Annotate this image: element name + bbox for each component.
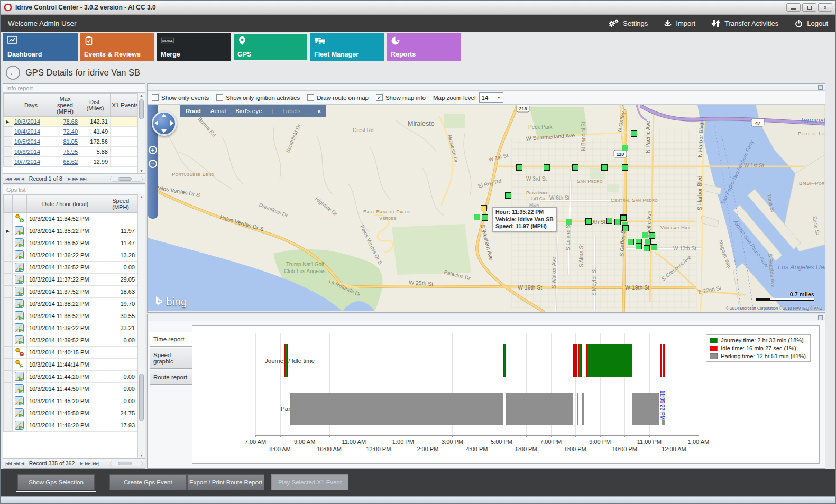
back-arrow-button[interactable]: ←	[6, 66, 20, 80]
day-cell[interactable]: 10/5/2014	[12, 137, 50, 147]
map-option-draw-route-on-map[interactable]: Draw route on map	[307, 94, 369, 101]
datetime-cell[interactable]: 10/3/2014 11:44:50 PM	[26, 383, 104, 395]
pager-prev-button[interactable]: ◀◀	[13, 176, 19, 181]
chart-tab-speed-graphic[interactable]: Speed graphic	[150, 348, 192, 369]
export-print-route-report-button[interactable]: Export / Print Route Report	[187, 474, 264, 490]
map-view-tab-aerial[interactable]: Aerial	[210, 108, 226, 114]
datetime-cell[interactable]: 10/3/2014 11:38:52 PM	[26, 310, 104, 322]
info-report-row[interactable]: 10/4/201472.4041.49	[4, 127, 138, 137]
info-report-row[interactable]: 10/5/201481.05172.56	[4, 137, 138, 147]
datetime-cell[interactable]: 10/3/2014 11:44:20 PM	[26, 371, 104, 383]
pager-next-button[interactable]: ▶▶	[85, 461, 90, 466]
pan-right-icon[interactable]	[170, 120, 174, 126]
max-speed-link[interactable]: 68.62	[63, 158, 78, 165]
datetime-cell[interactable]: 10/3/2014 11:34:52 PM	[26, 213, 104, 225]
map-compass-control[interactable]	[152, 111, 177, 136]
action-logout[interactable]: Logout	[794, 19, 828, 28]
gps-list-row[interactable]: ▶10/3/2014 11:35:22 PM11.97	[4, 225, 137, 237]
map-option-show-map-info[interactable]: ✓Show map info	[376, 94, 426, 101]
pager-hscrollbar[interactable]	[110, 176, 143, 182]
gps-point-marker[interactable]	[601, 164, 608, 171]
gps-list-row[interactable]: 10/3/2014 11:44:50 PM0.00	[4, 383, 137, 395]
gps-point-marker[interactable]	[622, 164, 628, 171]
map-zoom-level-select[interactable]: 14▼	[479, 92, 503, 103]
gps-list-row[interactable]: 10/3/2014 11:34:52 PM	[4, 213, 137, 225]
nav-tile-merge[interactable]: MERGEMerge	[157, 33, 231, 61]
datetime-cell[interactable]: 10/3/2014 11:45:50 PM	[26, 407, 104, 419]
gps-point-marker[interactable]	[505, 192, 511, 199]
scroll-up-icon[interactable]: ▲	[138, 195, 145, 199]
datetime-cell[interactable]: 10/3/2014 11:46:20 PM	[26, 419, 104, 432]
minimize-icon[interactable]	[786, 3, 801, 12]
info-table-scrollbar[interactable]: ▲ ▼	[137, 93, 145, 173]
gps-point-marker[interactable]	[622, 225, 629, 231]
column-header[interactable]: Date / hour (local)	[26, 195, 104, 213]
maximize-icon[interactable]	[802, 3, 816, 12]
nav-tile-fleet-manager[interactable]: Fleet Manager	[310, 33, 384, 61]
zoom-in-icon[interactable]: +	[149, 146, 157, 154]
gps-list-row[interactable]: 10/3/2014 11:37:52 PM18.63	[4, 286, 137, 298]
pager-prev-button[interactable]: |◀◀	[5, 461, 11, 466]
gps-point-marker[interactable]	[645, 239, 651, 245]
action-transfer-activities[interactable]: Transfer Activities	[711, 19, 778, 27]
max-speed-cell[interactable]: 68.62	[50, 157, 80, 167]
gps-point-marker[interactable]	[631, 130, 637, 137]
gps-list-row[interactable]: 10/3/2014 11:37:22 PM29.05	[4, 274, 137, 286]
nav-tile-reports[interactable]: Reports	[387, 33, 461, 61]
datetime-cell[interactable]: 10/3/2014 11:44:14 PM	[26, 359, 104, 371]
gps-list-row[interactable]: 10/3/2014 11:39:52 PM0.00	[4, 334, 137, 347]
gps-table-scrollbar[interactable]: ▲ ▼	[137, 194, 145, 458]
chart-panel-collapse-button[interactable]	[818, 315, 823, 320]
gps-point-marker[interactable]	[644, 245, 650, 251]
column-header[interactable]: Speed (MPH)	[104, 195, 137, 213]
column-header[interactable]: Dist. (Miles)	[80, 94, 111, 117]
datetime-cell[interactable]: 10/3/2014 11:39:52 PM	[26, 334, 104, 347]
max-speed-link[interactable]: 81.05	[63, 138, 78, 145]
max-speed-link[interactable]: 78.68	[63, 118, 78, 125]
pager-prev-button[interactable]: ◀◀	[13, 461, 19, 466]
show-gps-selection-button[interactable]: Show Gps Selection	[17, 474, 95, 490]
pan-up-icon[interactable]	[161, 114, 167, 117]
day-cell[interactable]: 10/7/2014	[12, 157, 50, 167]
day-link[interactable]: 10/4/2014	[14, 128, 40, 135]
gps-list-row[interactable]: 10/3/2014 11:36:52 PM0.00	[4, 262, 137, 274]
pager-hscrollbar[interactable]	[110, 461, 143, 466]
gps-list-row[interactable]: 10/3/2014 11:44:20 PM0.00	[4, 371, 137, 383]
info-report-row[interactable]: ▶10/3/201478.68142.31	[4, 117, 138, 127]
day-link[interactable]: 10/6/2014	[14, 148, 40, 155]
datetime-cell[interactable]: 10/3/2014 11:37:52 PM	[26, 286, 104, 298]
pager-next-button[interactable]: ▶▶|	[93, 461, 98, 466]
pager-next-button[interactable]: ▶	[80, 461, 82, 466]
gps-point-marker[interactable]	[482, 214, 488, 221]
checkbox-checked-icon[interactable]: ✓	[376, 94, 383, 101]
max-speed-link[interactable]: 76.95	[63, 148, 78, 155]
max-speed-link[interactable]: 72.40	[63, 128, 78, 135]
scroll-down-icon[interactable]: ▼	[138, 169, 145, 173]
pager-next-button[interactable]: ▶▶|	[80, 176, 86, 181]
gps-list-row[interactable]: 10/3/2014 11:36:22 PM13.28	[4, 249, 137, 262]
gps-list-row[interactable]: 10/3/2014 11:45:20 PM0.00	[4, 395, 137, 407]
checkbox-unchecked-icon[interactable]	[216, 94, 223, 101]
column-header[interactable]: Max speed (MPH)	[50, 94, 80, 117]
nav-tile-dashboard[interactable]: Dashboard	[3, 33, 78, 61]
gps-list-row[interactable]: 10/3/2014 11:44:14 PM	[4, 359, 137, 371]
gps-point-marker[interactable]	[636, 243, 642, 249]
selected-gps-point-marker[interactable]	[481, 205, 487, 211]
gps-point-marker[interactable]	[620, 214, 627, 221]
day-cell[interactable]: 10/3/2014	[12, 117, 50, 127]
datetime-cell[interactable]: 10/3/2014 11:37:22 PM	[26, 274, 104, 286]
scroll-down-icon[interactable]: ▼	[138, 454, 145, 458]
day-link[interactable]: 10/3/2014	[14, 118, 40, 125]
info-report-row[interactable]: 10/6/201476.955.88	[4, 147, 138, 157]
info-report-row[interactable]: 10/7/201468.6212.99	[4, 157, 138, 167]
gps-point-marker[interactable]	[642, 232, 648, 238]
chart-tab-route-report[interactable]: Route report	[150, 370, 192, 385]
chart-tab-time-report[interactable]: Time report	[150, 332, 192, 347]
datetime-cell[interactable]: 10/3/2014 11:35:22 PM	[26, 225, 104, 237]
max-speed-cell[interactable]: 76.95	[50, 147, 80, 157]
max-speed-cell[interactable]: 81.05	[50, 137, 80, 147]
gps-point-marker[interactable]	[474, 214, 480, 220]
pager-prev-button[interactable]: ◀	[21, 461, 24, 466]
gps-point-marker[interactable]	[566, 219, 572, 225]
nav-tile-events-reviews[interactable]: Events & Reviews	[80, 33, 154, 61]
